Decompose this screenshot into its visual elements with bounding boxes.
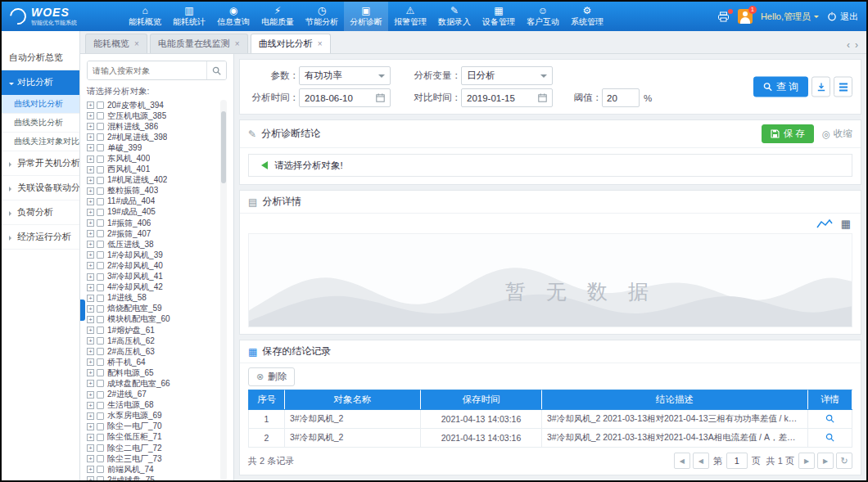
tree-item[interactable]: + 水泵房电源_69 bbox=[87, 411, 219, 421]
tree-item-checkbox[interactable] bbox=[97, 241, 104, 248]
tree-item-checkbox[interactable] bbox=[97, 380, 104, 387]
tab[interactable]: 电能质量在线监测 × bbox=[150, 34, 248, 53]
collapse-button[interactable]: ◎ 收缩 bbox=[822, 128, 852, 140]
tree-item-checkbox[interactable] bbox=[97, 348, 104, 355]
tree-item[interactable]: + 2#高压机_63 bbox=[87, 346, 219, 357]
tree-item[interactable]: + 整粒振筛_403 bbox=[87, 186, 219, 196]
sidebar-item[interactable]: 曲线类比分析 bbox=[2, 114, 79, 133]
tree-item[interactable]: + 11#成品_404 bbox=[87, 196, 219, 207]
tree-item[interactable]: + 1#高压机_62 bbox=[87, 336, 219, 346]
page-number-input[interactable] bbox=[726, 453, 748, 469]
nav-item[interactable]: ◉ 信息查询 bbox=[211, 2, 255, 31]
expand-icon[interactable]: + bbox=[87, 369, 94, 376]
expand-icon[interactable]: + bbox=[87, 348, 94, 355]
table-row[interactable]: 2 3#冷却风机_2 2021-04-13 14:03:16 3#冷却风机_2 … bbox=[249, 429, 852, 448]
expand-icon[interactable]: + bbox=[87, 123, 94, 130]
tree-item-checkbox[interactable] bbox=[97, 123, 104, 130]
tree-item-checkbox[interactable] bbox=[97, 209, 104, 216]
expand-icon[interactable]: + bbox=[87, 101, 94, 109]
expand-icon[interactable]: + bbox=[87, 241, 94, 248]
tree-item[interactable]: + 1#振筛_406 bbox=[87, 218, 219, 228]
prev-page-button[interactable]: ◀ bbox=[693, 453, 709, 469]
tree-item-checkbox[interactable] bbox=[97, 251, 104, 259]
sidebar-item[interactable]: 关联设备联动分析 bbox=[2, 176, 79, 200]
expand-icon[interactable]: + bbox=[87, 112, 94, 119]
tree-item-checkbox[interactable] bbox=[97, 444, 104, 452]
tree-item[interactable]: + 2#冷却风机_40 bbox=[87, 260, 219, 271]
tree-item[interactable]: + 除尘一电厂_70 bbox=[87, 421, 219, 432]
tree-item-checkbox[interactable] bbox=[97, 219, 104, 227]
export-button[interactable] bbox=[811, 77, 830, 97]
tree-item[interactable]: + 桥干机_64 bbox=[87, 357, 219, 367]
expand-icon[interactable]: + bbox=[87, 455, 94, 462]
expand-icon[interactable]: + bbox=[87, 412, 94, 420]
tab-close-icon[interactable]: × bbox=[134, 40, 139, 48]
expand-icon[interactable]: + bbox=[87, 444, 94, 452]
tree-item-checkbox[interactable] bbox=[97, 434, 104, 441]
tab-close-icon[interactable]: × bbox=[318, 40, 323, 48]
search-input[interactable] bbox=[88, 61, 206, 79]
tree-item-checkbox[interactable] bbox=[97, 177, 104, 184]
search-icon[interactable] bbox=[206, 61, 226, 79]
expand-icon[interactable]: + bbox=[87, 423, 94, 430]
expand-icon[interactable]: + bbox=[87, 402, 94, 409]
tree-item-checkbox[interactable] bbox=[97, 284, 104, 291]
expand-icon[interactable]: + bbox=[87, 166, 94, 173]
expand-icon[interactable]: + bbox=[87, 273, 94, 281]
expand-icon[interactable]: + bbox=[87, 230, 94, 237]
variable-select[interactable]: 日分析 bbox=[461, 66, 553, 85]
expand-icon[interactable]: + bbox=[87, 219, 94, 227]
tree-item[interactable]: + 2#振筛_407 bbox=[87, 228, 219, 239]
first-page-button[interactable]: ◀ bbox=[674, 453, 690, 469]
scrollbar-thumb[interactable] bbox=[221, 111, 226, 183]
expand-icon[interactable]: + bbox=[87, 327, 94, 334]
tab-scroll-left-icon[interactable]: ‹ bbox=[847, 40, 850, 50]
delete-button[interactable]: ⊗ 删除 bbox=[248, 367, 295, 386]
tree-item[interactable]: + 除尘低压柜_71 bbox=[87, 432, 219, 443]
tree-item-checkbox[interactable] bbox=[97, 112, 104, 119]
tree-item-checkbox[interactable] bbox=[97, 230, 104, 237]
tree-item[interactable]: + 低压进线_38 bbox=[87, 239, 219, 250]
tree-item[interactable]: + 配料电源_65 bbox=[87, 367, 219, 378]
tab[interactable]: 曲线对比分析 × bbox=[251, 34, 331, 53]
tree-item[interactable]: + 东风机_400 bbox=[87, 153, 219, 164]
tree-item[interactable]: + 除尘二电厂_72 bbox=[87, 443, 219, 453]
tree-item-checkbox[interactable] bbox=[97, 101, 104, 109]
save-button[interactable]: 保 存 bbox=[762, 124, 814, 143]
expand-icon[interactable]: + bbox=[87, 391, 94, 399]
expand-icon[interactable]: + bbox=[87, 337, 94, 345]
nav-item[interactable]: ✎ 数据录入 bbox=[432, 2, 477, 31]
expand-icon[interactable]: + bbox=[87, 177, 94, 184]
sidebar-item[interactable]: 曲线对比分析 bbox=[2, 95, 79, 114]
sidebar-item[interactable]: 经济运行分析 bbox=[2, 225, 79, 250]
user-greeting[interactable]: Hello,管理员 bbox=[761, 11, 819, 23]
logout-button[interactable]: 退出 bbox=[827, 11, 858, 23]
nav-item[interactable]: ⚠ 报警管理 bbox=[388, 2, 432, 31]
last-page-button[interactable]: ▶ bbox=[817, 453, 834, 469]
table-row[interactable]: 1 3#冷却风机_2 2021-04-13 14:03:16 3#冷却风机_2 … bbox=[249, 410, 852, 429]
expand-icon[interactable]: + bbox=[87, 466, 94, 473]
tree-item-checkbox[interactable] bbox=[97, 476, 104, 480]
tree-item-checkbox[interactable] bbox=[97, 316, 104, 323]
tree-item-checkbox[interactable] bbox=[97, 144, 104, 151]
tree-item-checkbox[interactable] bbox=[97, 133, 104, 141]
expand-icon[interactable]: + bbox=[87, 284, 94, 291]
detail-cell[interactable] bbox=[808, 410, 852, 429]
tree-item-checkbox[interactable] bbox=[97, 295, 104, 302]
expand-icon[interactable]: + bbox=[87, 434, 94, 441]
expand-icon[interactable]: + bbox=[87, 476, 94, 480]
tree-item[interactable]: + 20#皮带机_394 bbox=[87, 100, 219, 110]
tree-item[interactable]: + 生活电源_68 bbox=[87, 400, 219, 411]
tree-item[interactable]: + 2#进线_67 bbox=[87, 390, 219, 400]
nav-item[interactable]: ◷ 节能分析 bbox=[300, 2, 344, 31]
tree-item-checkbox[interactable] bbox=[97, 198, 104, 205]
tree-item-checkbox[interactable] bbox=[97, 262, 104, 269]
layout-menu-button[interactable] bbox=[834, 77, 852, 97]
tree-item[interactable]: + 空压机电源_385 bbox=[87, 110, 219, 121]
nav-item[interactable]: ⚙ 系统管理 bbox=[565, 2, 609, 31]
expand-icon[interactable]: + bbox=[87, 251, 94, 259]
tree-item-checkbox[interactable] bbox=[97, 155, 104, 163]
tree-item[interactable]: + 2#成球盘_75 bbox=[87, 475, 219, 480]
tree-item-checkbox[interactable] bbox=[97, 327, 104, 334]
tree-item[interactable]: + 1#冷却风机_39 bbox=[87, 250, 219, 260]
